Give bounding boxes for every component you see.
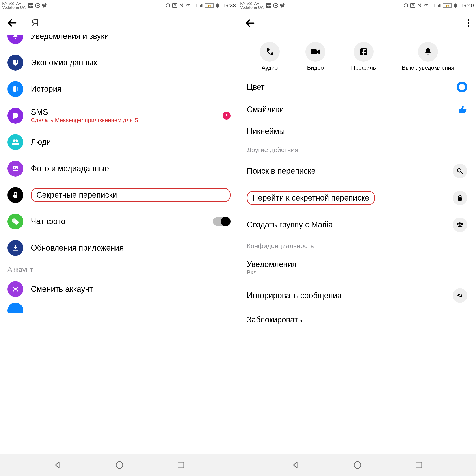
settings-item-switch-account[interactable]: Сменить аккаунт <box>0 276 238 302</box>
setting-label: Игнорировать сообщения <box>247 291 341 300</box>
setting-secret-conversation[interactable]: Перейти к секретной переписке <box>238 185 476 211</box>
wifi-icon <box>186 3 191 8</box>
svg-point-34 <box>275 5 277 6</box>
chat-photo-icon <box>7 214 23 229</box>
bell-icon <box>7 35 23 44</box>
status-bar-left: KYIVSTAR Vodafone UA N <box>0 0 238 11</box>
story-icon <box>7 81 23 97</box>
battery-icon: 15 <box>443 3 452 8</box>
chrome-icon <box>273 3 278 8</box>
action-mute[interactable]: Выкл. уведомления <box>402 42 454 71</box>
nfc-icon: N <box>410 3 415 8</box>
svg-rect-9 <box>196 3 197 7</box>
settings-item-notifications[interactable]: Уведомления и звуки <box>0 35 238 49</box>
item-label: Фото и медиаданные <box>31 164 231 173</box>
carrier-1: KYIVSTAR <box>240 1 264 5</box>
app-header <box>238 11 476 35</box>
carrier-1: KYIVSTAR <box>2 1 26 5</box>
setting-notifications[interactable]: Уведомления Вкл. <box>238 254 476 282</box>
leaf-icon <box>216 3 220 8</box>
color-dot-icon <box>457 82 467 92</box>
setting-label: Поиск в переписке <box>247 166 316 175</box>
svg-rect-16 <box>16 60 17 64</box>
alarm-icon <box>417 3 422 8</box>
settings-list: Уведомления и звуки Экономия данных Исто… <box>0 35 238 454</box>
item-label: Чат-фото <box>31 217 205 226</box>
settings-item-partial[interactable] <box>0 302 238 313</box>
back-arrow-icon[interactable] <box>245 17 256 29</box>
bell-icon <box>418 42 438 62</box>
svg-rect-11 <box>200 5 201 7</box>
svg-point-52 <box>461 223 463 225</box>
action-audio[interactable]: Аудио <box>260 42 280 71</box>
settings-item-secret-conversations[interactable]: Секретные переписки <box>0 182 238 208</box>
settings-item-app-updates[interactable]: Обновления приложения <box>0 235 238 261</box>
nav-back-icon[interactable] <box>291 460 300 469</box>
heartbeat-icon <box>28 3 34 8</box>
svg-rect-40 <box>433 4 433 7</box>
settings-item-story[interactable]: История <box>0 76 238 102</box>
toggle-switch[interactable] <box>213 217 231 226</box>
headphones-icon <box>403 3 408 8</box>
item-label: Уведомления и звуки <box>31 35 231 41</box>
settings-item-chat-photo[interactable]: Чат-фото <box>0 208 238 235</box>
facebook-icon <box>354 42 374 62</box>
setting-create-group[interactable]: Создать группу с Mariia <box>238 211 476 238</box>
settings-item-people[interactable]: Люди <box>0 129 238 155</box>
svg-rect-10 <box>199 6 199 7</box>
item-label: Люди <box>31 137 231 147</box>
alarm-icon <box>179 3 184 8</box>
svg-point-23 <box>14 168 15 169</box>
svg-rect-13 <box>202 3 203 7</box>
svg-rect-7 <box>194 5 194 7</box>
item-label: SMS <box>31 107 215 117</box>
right-screen: KYIVSTAR Vodafone UA N <box>238 0 476 454</box>
app-header: Я <box>0 11 238 35</box>
setting-label: Уведомления <box>247 260 296 269</box>
setting-emoji[interactable]: Смайлики <box>238 99 476 120</box>
twitter-icon <box>280 3 285 8</box>
settings-item-photos[interactable]: Фото и медиаданные <box>0 155 238 182</box>
nav-recent-icon[interactable] <box>415 461 423 469</box>
headphones-icon <box>165 3 170 8</box>
wifi-icon <box>424 3 429 8</box>
back-arrow-icon[interactable] <box>7 17 18 29</box>
svg-point-56 <box>354 462 361 468</box>
nav-recent-icon[interactable] <box>177 461 185 469</box>
more-options-icon[interactable] <box>468 19 469 27</box>
shield-icon <box>7 55 23 70</box>
nav-back-icon[interactable] <box>53 460 62 469</box>
settings-item-sms[interactable]: SMS Сделать Messenger приложением для S…… <box>0 102 238 129</box>
svg-rect-17 <box>13 86 16 92</box>
action-label: Аудио <box>262 64 278 71</box>
setting-color[interactable]: Цвет <box>238 76 476 99</box>
nfc-icon: N <box>172 3 177 8</box>
svg-rect-41 <box>434 3 435 7</box>
svg-text:N: N <box>412 4 414 7</box>
action-video[interactable]: Видео <box>306 42 325 71</box>
svg-rect-18 <box>17 87 18 91</box>
photo-icon <box>7 161 23 176</box>
phone-icon <box>260 42 280 62</box>
setting-label: Заблокировать <box>247 315 302 324</box>
item-label: История <box>31 85 231 94</box>
nav-home-icon[interactable] <box>115 460 124 469</box>
svg-rect-46 <box>311 49 317 54</box>
setting-search-conversation[interactable]: Поиск в переписке <box>238 158 476 185</box>
left-screen: KYIVSTAR Vodafone UA N <box>0 0 238 454</box>
svg-point-2 <box>37 5 39 6</box>
action-profile[interactable]: Профиль <box>351 42 376 71</box>
setting-label: Смайлики <box>247 105 284 114</box>
settings-item-data-saver[interactable]: Экономия данных <box>0 49 238 76</box>
carrier-2: Vodafone UA <box>2 5 26 9</box>
setting-ignore-messages[interactable]: Игнорировать сообщения <box>238 282 476 309</box>
page-title: Я <box>31 17 39 29</box>
nav-home-icon[interactable] <box>353 460 362 469</box>
status-time: 19:38 <box>222 2 236 9</box>
svg-rect-45 <box>440 3 441 7</box>
setting-sublabel: Вкл. <box>247 269 467 276</box>
setting-nicknames[interactable]: Никнеймы <box>238 120 476 142</box>
lock-icon <box>453 191 467 205</box>
setting-block[interactable]: Заблокировать <box>238 309 476 331</box>
highlight-box: Перейти к секретной переписке <box>247 191 375 205</box>
